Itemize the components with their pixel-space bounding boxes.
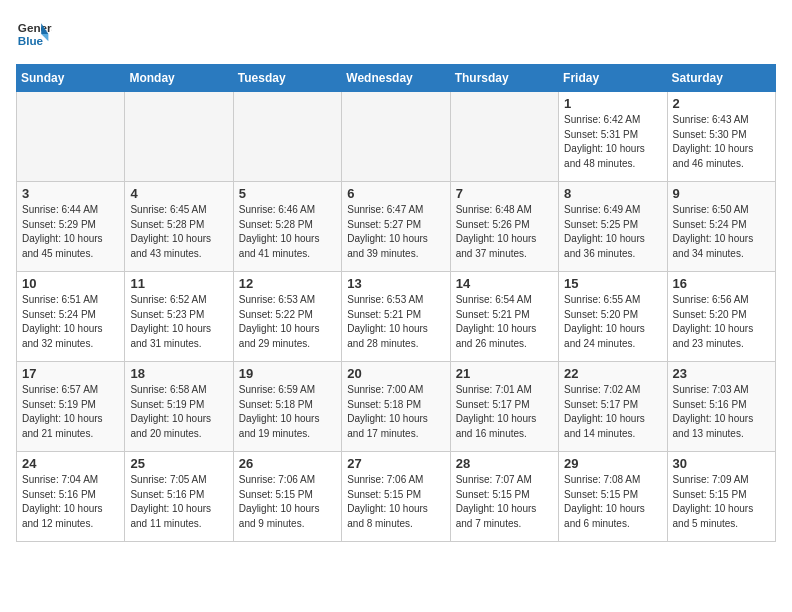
calendar-cell: 27Sunrise: 7:06 AMSunset: 5:15 PMDayligh… [342,452,450,542]
day-number: 23 [673,366,770,381]
calendar-cell [125,92,233,182]
day-info: Sunrise: 6:58 AMSunset: 5:19 PMDaylight:… [130,383,227,441]
day-number: 24 [22,456,119,471]
day-info: Sunrise: 6:49 AMSunset: 5:25 PMDaylight:… [564,203,661,261]
day-info: Sunrise: 6:53 AMSunset: 5:22 PMDaylight:… [239,293,336,351]
calendar-cell: 7Sunrise: 6:48 AMSunset: 5:26 PMDaylight… [450,182,558,272]
day-info: Sunrise: 7:01 AMSunset: 5:17 PMDaylight:… [456,383,553,441]
day-info: Sunrise: 7:00 AMSunset: 5:18 PMDaylight:… [347,383,444,441]
day-number: 17 [22,366,119,381]
day-number: 12 [239,276,336,291]
week-row-5: 24Sunrise: 7:04 AMSunset: 5:16 PMDayligh… [17,452,776,542]
calendar-cell: 4Sunrise: 6:45 AMSunset: 5:28 PMDaylight… [125,182,233,272]
day-number: 20 [347,366,444,381]
day-number: 21 [456,366,553,381]
col-header-wednesday: Wednesday [342,65,450,92]
calendar-cell: 19Sunrise: 6:59 AMSunset: 5:18 PMDayligh… [233,362,341,452]
day-number: 25 [130,456,227,471]
week-row-4: 17Sunrise: 6:57 AMSunset: 5:19 PMDayligh… [17,362,776,452]
day-number: 27 [347,456,444,471]
day-number: 19 [239,366,336,381]
col-header-friday: Friday [559,65,667,92]
calendar-cell: 16Sunrise: 6:56 AMSunset: 5:20 PMDayligh… [667,272,775,362]
day-info: Sunrise: 7:05 AMSunset: 5:16 PMDaylight:… [130,473,227,531]
calendar-cell: 14Sunrise: 6:54 AMSunset: 5:21 PMDayligh… [450,272,558,362]
calendar-table: SundayMondayTuesdayWednesdayThursdayFrid… [16,64,776,542]
calendar-cell [233,92,341,182]
day-info: Sunrise: 7:04 AMSunset: 5:16 PMDaylight:… [22,473,119,531]
calendar-cell: 6Sunrise: 6:47 AMSunset: 5:27 PMDaylight… [342,182,450,272]
day-number: 1 [564,96,661,111]
day-info: Sunrise: 6:59 AMSunset: 5:18 PMDaylight:… [239,383,336,441]
day-number: 9 [673,186,770,201]
calendar-cell: 30Sunrise: 7:09 AMSunset: 5:15 PMDayligh… [667,452,775,542]
day-info: Sunrise: 6:54 AMSunset: 5:21 PMDaylight:… [456,293,553,351]
col-header-monday: Monday [125,65,233,92]
calendar-cell: 10Sunrise: 6:51 AMSunset: 5:24 PMDayligh… [17,272,125,362]
calendar-cell: 12Sunrise: 6:53 AMSunset: 5:22 PMDayligh… [233,272,341,362]
day-number: 15 [564,276,661,291]
calendar-cell [342,92,450,182]
week-row-1: 1Sunrise: 6:42 AMSunset: 5:31 PMDaylight… [17,92,776,182]
day-info: Sunrise: 6:47 AMSunset: 5:27 PMDaylight:… [347,203,444,261]
calendar-cell: 1Sunrise: 6:42 AMSunset: 5:31 PMDaylight… [559,92,667,182]
day-number: 8 [564,186,661,201]
day-number: 16 [673,276,770,291]
week-row-2: 3Sunrise: 6:44 AMSunset: 5:29 PMDaylight… [17,182,776,272]
logo-icon: General Blue [16,16,52,52]
day-info: Sunrise: 7:06 AMSunset: 5:15 PMDaylight:… [239,473,336,531]
calendar-cell: 29Sunrise: 7:08 AMSunset: 5:15 PMDayligh… [559,452,667,542]
calendar-cell: 5Sunrise: 6:46 AMSunset: 5:28 PMDaylight… [233,182,341,272]
calendar-cell: 20Sunrise: 7:00 AMSunset: 5:18 PMDayligh… [342,362,450,452]
day-number: 22 [564,366,661,381]
day-number: 10 [22,276,119,291]
day-number: 30 [673,456,770,471]
day-number: 18 [130,366,227,381]
logo: General Blue [16,16,52,52]
calendar-cell: 23Sunrise: 7:03 AMSunset: 5:16 PMDayligh… [667,362,775,452]
calendar-cell: 22Sunrise: 7:02 AMSunset: 5:17 PMDayligh… [559,362,667,452]
calendar-cell: 8Sunrise: 6:49 AMSunset: 5:25 PMDaylight… [559,182,667,272]
calendar-cell: 13Sunrise: 6:53 AMSunset: 5:21 PMDayligh… [342,272,450,362]
day-number: 4 [130,186,227,201]
day-info: Sunrise: 6:43 AMSunset: 5:30 PMDaylight:… [673,113,770,171]
day-info: Sunrise: 6:53 AMSunset: 5:21 PMDaylight:… [347,293,444,351]
day-info: Sunrise: 6:44 AMSunset: 5:29 PMDaylight:… [22,203,119,261]
day-number: 29 [564,456,661,471]
day-number: 14 [456,276,553,291]
col-header-saturday: Saturday [667,65,775,92]
calendar-cell: 28Sunrise: 7:07 AMSunset: 5:15 PMDayligh… [450,452,558,542]
calendar-cell: 9Sunrise: 6:50 AMSunset: 5:24 PMDaylight… [667,182,775,272]
day-info: Sunrise: 7:09 AMSunset: 5:15 PMDaylight:… [673,473,770,531]
day-info: Sunrise: 7:08 AMSunset: 5:15 PMDaylight:… [564,473,661,531]
calendar-cell [450,92,558,182]
day-info: Sunrise: 6:50 AMSunset: 5:24 PMDaylight:… [673,203,770,261]
calendar-cell: 18Sunrise: 6:58 AMSunset: 5:19 PMDayligh… [125,362,233,452]
day-number: 5 [239,186,336,201]
day-number: 13 [347,276,444,291]
day-info: Sunrise: 6:52 AMSunset: 5:23 PMDaylight:… [130,293,227,351]
day-info: Sunrise: 6:46 AMSunset: 5:28 PMDaylight:… [239,203,336,261]
day-number: 28 [456,456,553,471]
day-info: Sunrise: 6:48 AMSunset: 5:26 PMDaylight:… [456,203,553,261]
col-header-thursday: Thursday [450,65,558,92]
day-number: 7 [456,186,553,201]
day-info: Sunrise: 7:06 AMSunset: 5:15 PMDaylight:… [347,473,444,531]
day-info: Sunrise: 6:42 AMSunset: 5:31 PMDaylight:… [564,113,661,171]
header-row: SundayMondayTuesdayWednesdayThursdayFrid… [17,65,776,92]
day-number: 11 [130,276,227,291]
day-number: 6 [347,186,444,201]
calendar-cell [17,92,125,182]
week-row-3: 10Sunrise: 6:51 AMSunset: 5:24 PMDayligh… [17,272,776,362]
day-info: Sunrise: 6:57 AMSunset: 5:19 PMDaylight:… [22,383,119,441]
col-header-tuesday: Tuesday [233,65,341,92]
calendar-cell: 25Sunrise: 7:05 AMSunset: 5:16 PMDayligh… [125,452,233,542]
svg-text:Blue: Blue [18,34,44,47]
calendar-cell: 26Sunrise: 7:06 AMSunset: 5:15 PMDayligh… [233,452,341,542]
day-number: 26 [239,456,336,471]
calendar-cell: 2Sunrise: 6:43 AMSunset: 5:30 PMDaylight… [667,92,775,182]
calendar-cell: 15Sunrise: 6:55 AMSunset: 5:20 PMDayligh… [559,272,667,362]
calendar-cell: 24Sunrise: 7:04 AMSunset: 5:16 PMDayligh… [17,452,125,542]
day-info: Sunrise: 7:02 AMSunset: 5:17 PMDaylight:… [564,383,661,441]
day-info: Sunrise: 6:45 AMSunset: 5:28 PMDaylight:… [130,203,227,261]
